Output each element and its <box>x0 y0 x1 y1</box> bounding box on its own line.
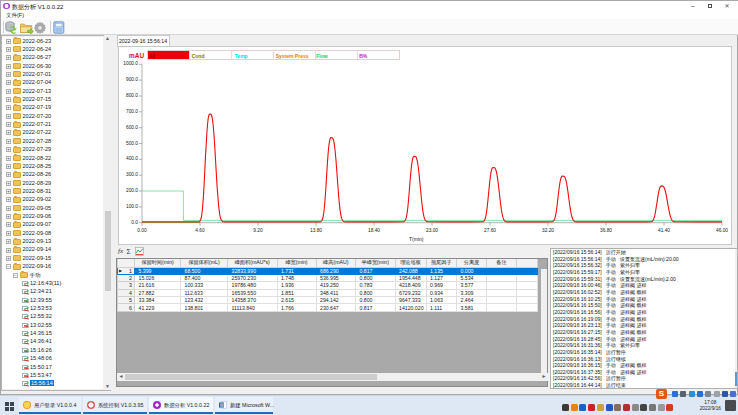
svg-text:W: W <box>220 403 225 408</box>
